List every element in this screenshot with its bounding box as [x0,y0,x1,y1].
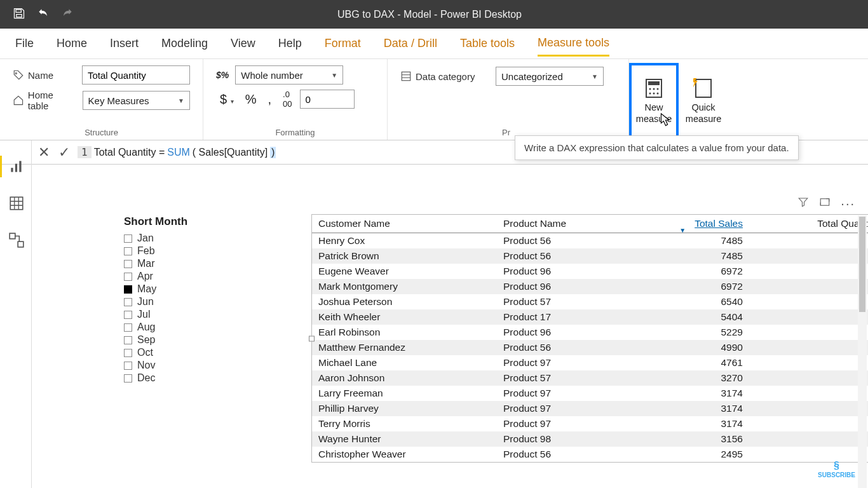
slicer-item[interactable]: Jul [124,308,245,321]
tab-data-drill[interactable]: Data / Drill [384,32,437,55]
svg-rect-10 [11,168,13,172]
slicer-item[interactable]: Dec [124,372,245,384]
checkbox-icon[interactable] [124,260,132,268]
formatting-group-label: Formatting [216,128,374,137]
cancel-formula-icon[interactable]: ✕ [38,144,50,161]
svg-rect-9 [696,79,711,97]
svg-point-3 [649,88,651,90]
checkbox-icon[interactable] [124,285,132,294]
checkbox-icon[interactable] [124,273,132,281]
svg-point-5 [657,88,659,90]
column-header[interactable]: Product Name [497,215,637,233]
slicer-item[interactable]: May [124,283,245,295]
tab-insert[interactable]: Insert [110,32,139,55]
slicer-item[interactable]: Jun [124,295,245,308]
tab-home[interactable]: Home [57,32,87,55]
slicer-item[interactable]: Oct [124,346,245,359]
slicer-item-label: Mar [137,258,155,269]
new-measure-button[interactable]: New measure [629,63,679,140]
tab-format[interactable]: Format [325,32,361,55]
table-row[interactable]: Aaron JohnsonProduct 5732702 [312,370,868,386]
scrollbar[interactable] [858,215,867,488]
structure-group-label: Structure [13,128,190,137]
table-row[interactable]: Henry CoxProduct 5674853 [312,233,868,249]
new-measure-tooltip: Write a DAX expression that calculates a… [515,135,799,160]
redo-icon[interactable] [61,7,74,22]
home-table-select[interactable]: Key Measures▼ [83,91,190,110]
svg-rect-13 [10,197,23,210]
checkbox-icon[interactable] [124,349,132,357]
decimal-icon[interactable]: .000 [279,90,295,109]
report-view-button[interactable] [0,156,31,177]
formula-input[interactable]: 1 Total Quantity = SUM( Sales[Quantity] … [78,146,276,158]
column-header[interactable]: Customer Name [312,215,497,233]
table-row[interactable]: Mark MontgomeryProduct 9669724 [312,279,868,294]
more-options-icon[interactable]: ··· [841,196,855,211]
checkbox-icon[interactable] [124,362,132,370]
ribbon-content: Name Home table Key Measures▼ Structure … [0,59,868,140]
column-header[interactable]: Total Quantity [749,215,868,233]
data-category-select[interactable]: Uncategorized▼ [496,67,604,86]
table-row[interactable]: Keith WheelerProduct 1754044 [312,309,868,325]
checkbox-icon[interactable] [124,247,132,255]
table-row[interactable]: Terry MorrisProduct 9731742 [312,416,868,431]
checkbox-icon[interactable] [124,374,132,383]
currency-button[interactable]: $ ▾ [216,92,238,107]
model-view-button[interactable] [0,229,31,251]
tab-file[interactable]: File [15,32,34,55]
checkbox-icon[interactable] [124,234,132,243]
undo-icon[interactable] [37,7,50,22]
quick-calculator-icon [693,78,714,98]
svg-rect-12 [19,161,21,172]
tab-view[interactable]: View [231,32,255,55]
table-row[interactable]: Earl RobinsonProduct 9652293 [312,325,868,340]
slicer-title: Short Month [124,215,245,228]
measure-name-input[interactable] [82,65,190,85]
format-select[interactable]: Whole number▼ [235,65,343,85]
decimals-input[interactable] [300,90,355,109]
checkbox-icon[interactable] [124,336,132,344]
title-bar: UBG to DAX - Model - Power BI Desktop [0,0,868,29]
format-icon: $% [216,70,229,80]
thousands-button[interactable]: , [264,92,275,107]
home-icon [13,95,24,106]
svg-point-6 [649,93,651,95]
slicer-item[interactable]: Apr [124,270,245,283]
tab-measure-tools[interactable]: Measure tools [538,31,609,57]
slicer-item[interactable]: Jan [124,232,245,245]
column-header[interactable]: Total Sales▼ [637,215,749,233]
table-row[interactable]: Michael LaneProduct 9747613 [312,355,868,370]
chevron-down-icon: ▼ [331,72,337,79]
tab-modeling[interactable]: Modeling [161,32,208,55]
tab-help[interactable]: Help [278,32,302,55]
filter-icon[interactable] [797,196,809,211]
save-icon[interactable] [13,7,25,22]
scrollbar-thumb[interactable] [859,217,865,312]
table-row[interactable]: Christopher WeaverProduct 5624951 [312,447,868,462]
table-row[interactable]: Eugene WeaverProduct 9669724 [312,264,868,279]
table-row[interactable]: Larry FreemanProduct 9731742 [312,386,868,401]
calculator-icon [644,78,664,98]
quick-measure-button[interactable]: Quick measure [679,63,728,140]
tab-table-tools[interactable]: Table tools [460,32,515,55]
slicer-item-label: Nov [137,360,155,371]
table-row[interactable]: Matthew FernandezProduct 5649902 [312,340,868,355]
slicer-item[interactable]: Nov [124,359,245,372]
checkbox-icon[interactable] [124,311,132,319]
slicer-item[interactable]: Aug [124,321,245,334]
focus-mode-icon[interactable] [819,196,831,211]
table-row[interactable]: Wayne HunterProduct 9831563 [312,431,868,447]
data-view-button[interactable] [0,193,31,214]
table-row[interactable]: Phillip HarveyProduct 9731742 [312,401,868,416]
percent-button[interactable]: % [241,92,261,107]
checkbox-icon[interactable] [124,298,132,306]
slicer-item[interactable]: Mar [124,257,245,270]
table-row[interactable]: Joshua PetersonProduct 5765404 [312,294,868,309]
svg-rect-0 [402,72,410,81]
checkbox-icon[interactable] [124,323,132,332]
table-row[interactable]: Patrick BrownProduct 5674853 [312,248,868,264]
commit-formula-icon[interactable]: ✓ [58,144,70,161]
data-table-visual[interactable]: Customer NameProduct NameTotal Sales▼Tot… [311,214,868,463]
slicer-item[interactable]: Feb [124,245,245,257]
slicer-item[interactable]: Sep [124,334,245,346]
